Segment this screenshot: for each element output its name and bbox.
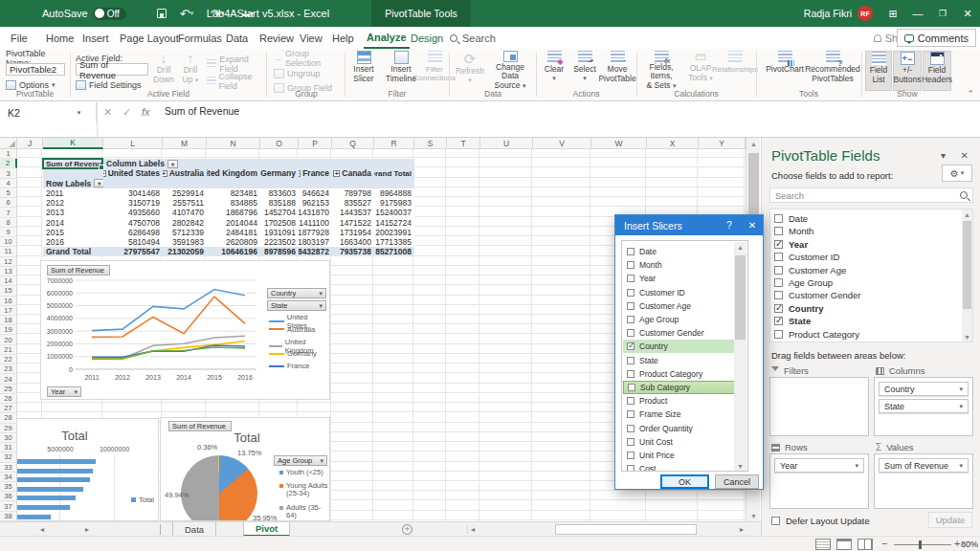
pivot-value-cell[interactable]: 2223502: [260, 237, 299, 247]
change-data-source-button[interactable]: Change DataSource ▾: [486, 51, 534, 91]
checkbox[interactable]: [627, 425, 635, 432]
scroll-up-icon[interactable]: ▲: [746, 138, 761, 149]
tab-file[interactable]: File: [8, 27, 31, 49]
scroll-down-icon[interactable]: ▼: [746, 510, 761, 521]
field-item-product-category[interactable]: Product Category: [774, 328, 859, 341]
tab-formulas[interactable]: Formulas: [175, 27, 225, 49]
pivot-row-labels-cell[interactable]: Row Labels▾: [43, 178, 103, 187]
column-header-O[interactable]: O: [260, 138, 299, 149]
row-header-28[interactable]: 28: [0, 413, 17, 423]
pivottable-name-input[interactable]: PivotTable2: [6, 63, 65, 76]
rows-area[interactable]: Year▾: [769, 453, 869, 509]
restore-icon[interactable]: ❐: [930, 0, 955, 27]
defer-checkbox[interactable]: [771, 517, 780, 525]
pie-chart[interactable]: Sum of RevenueTotal0.36%13.75%49.94%35.9…: [160, 417, 330, 521]
chart-legend-button-country[interactable]: Country▾: [267, 288, 326, 298]
tab-review[interactable]: Review: [256, 27, 297, 49]
expand-icon[interactable]: +: [103, 170, 106, 177]
sheet-nav-right-icon[interactable]: ▸: [85, 522, 89, 537]
horizontal-scroll-thumb[interactable]: [555, 524, 697, 535]
row-header-8[interactable]: 8: [0, 218, 17, 228]
pivot-value-cell[interactable]: 2802842: [163, 217, 207, 227]
pivot-value-cell[interactable]: 2484181: [207, 228, 260, 237]
pivot-value-cell[interactable]: 20023991: [374, 228, 414, 237]
row-header-11[interactable]: 11: [0, 247, 17, 256]
field-item-date[interactable]: Date: [774, 212, 808, 225]
zoom-out-icon[interactable]: −: [881, 538, 887, 549]
normal-view-icon[interactable]: [815, 539, 831, 550]
row-header-31[interactable]: 31: [0, 443, 17, 452]
slicer-item-month[interactable]: Month: [623, 258, 736, 272]
slicer-item-unit-cost[interactable]: Unit Cost: [623, 435, 736, 449]
insert-timeline-button[interactable]: InsertTimeline: [382, 51, 420, 91]
zoom-percentage[interactable]: 80%: [961, 540, 978, 549]
collapse-field-button[interactable]: Collapse Field: [207, 75, 266, 87]
pivot-value-cell[interactable]: 1471522: [332, 217, 374, 227]
checkbox[interactable]: [627, 289, 635, 297]
checkbox[interactable]: [627, 370, 635, 378]
sheet-tab-pivot[interactable]: Pivot: [243, 522, 290, 537]
field-item-country[interactable]: Country: [774, 302, 823, 315]
row-header-2[interactable]: 2: [0, 159, 17, 168]
row-header-29[interactable]: 29: [0, 424, 17, 433]
checkbox[interactable]: [627, 248, 635, 255]
series-united-states[interactable]: [92, 289, 245, 330]
row-header-27[interactable]: 27: [0, 404, 17, 413]
checkbox[interactable]: [774, 253, 783, 261]
column-header-R[interactable]: R: [374, 138, 414, 149]
sheet-tab-data[interactable]: Data: [172, 522, 216, 537]
tab-page-layout[interactable]: Page Layout: [117, 27, 182, 49]
pivot-value-cell[interactable]: 2620809: [207, 237, 260, 247]
tab-design[interactable]: Design: [408, 27, 446, 49]
drill-up-button[interactable]: ↑DrillUp ▾: [178, 51, 203, 91]
legend-entry-young-adults-25-34-[interactable]: Young Adults (25-34): [279, 482, 329, 498]
column-header-Q[interactable]: Q: [332, 138, 374, 149]
column-header-J[interactable]: J: [17, 138, 43, 149]
row-header-12[interactable]: 12: [0, 257, 17, 267]
clear-button[interactable]: ◆Clear▾: [540, 51, 568, 91]
defer-layout-update[interactable]: Defer Layout Update: [771, 516, 870, 526]
expand-icon[interactable]: +: [163, 170, 167, 177]
row-header-30[interactable]: 30: [0, 433, 17, 443]
slicer-item-country[interactable]: Country: [623, 340, 736, 353]
contextual-tab-header[interactable]: PivotTable Tools: [371, 0, 471, 27]
expand-field-button[interactable]: Expand Field: [207, 57, 266, 70]
column-header-K[interactable]: K: [43, 138, 103, 149]
dialog-scroll-down-icon[interactable]: ▼: [734, 461, 746, 472]
checkbox[interactable]: [774, 317, 783, 325]
pivot-value-cell[interactable]: 834885: [207, 198, 260, 208]
horizontal-scrollbar[interactable]: [479, 523, 737, 536]
pivot-value-cell[interactable]: 962153: [299, 198, 332, 208]
column-header-W[interactable]: W: [591, 138, 647, 149]
pivot-value-cell[interactable]: 4750708: [103, 217, 163, 227]
pivot-value-cell[interactable]: 946624: [299, 188, 332, 198]
tab-data[interactable]: Data: [223, 27, 251, 49]
fields-items-sets-button[interactable]: fxFields, Items,& Sets ▾: [638, 51, 684, 91]
select-all-corner[interactable]: [0, 138, 17, 149]
checkbox[interactable]: [774, 240, 783, 249]
expand-icon[interactable]: +: [299, 170, 301, 177]
active-field-input[interactable]: Sum of Revenue: [76, 63, 148, 76]
checkbox[interactable]: [627, 342, 635, 350]
tab-analyze[interactable]: Analyze: [364, 27, 410, 49]
field-headers-toggle[interactable]: ▾FieldHeaders: [923, 51, 951, 91]
checkbox[interactable]: [627, 329, 635, 337]
legend-entry-australia[interactable]: Australia: [269, 325, 315, 334]
checkbox[interactable]: [628, 384, 635, 391]
chart-legend-button-age-group[interactable]: Age Group▾: [274, 455, 327, 466]
row-header-3[interactable]: 3: [0, 168, 17, 178]
row-header-32[interactable]: 32: [0, 452, 17, 462]
plus-minus-buttons-toggle[interactable]: +−+/-Buttons: [893, 51, 922, 91]
pivot-value-cell[interactable]: 3041468: [103, 188, 163, 198]
field-list-scrollbar[interactable]: ▲ ▼: [962, 209, 972, 342]
cancel-button[interactable]: Cancel: [715, 474, 759, 489]
pivot-value-cell[interactable]: 14152724: [374, 217, 414, 227]
pivot-value-cell[interactable]: 15240037: [374, 208, 414, 217]
sheet-nav-left-icon[interactable]: ◂: [40, 522, 44, 537]
field-item-state[interactable]: State: [774, 315, 811, 327]
pivot-value-cell[interactable]: 835527: [332, 198, 374, 208]
slicer-item-customer-age[interactable]: Customer Age: [623, 299, 736, 313]
row-header-17[interactable]: 17: [0, 306, 17, 316]
formula-input[interactable]: Sum of Revenue: [165, 105, 239, 117]
bar[interactable]: [17, 515, 51, 519]
